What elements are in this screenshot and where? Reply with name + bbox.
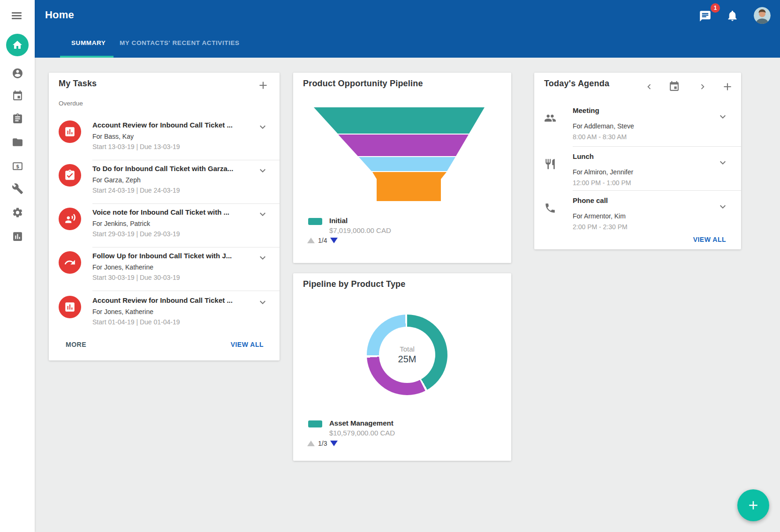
pager-down-icon[interactable]: [330, 238, 338, 243]
tab-recent-activities[interactable]: MY CONTACTS' RECENT ACTIVITIES: [120, 39, 240, 46]
pager-up-icon[interactable]: [307, 441, 315, 446]
my-tasks-card: My Tasks Overdue Account Review for Inbo…: [49, 73, 280, 360]
sidebar-item-tasks[interactable]: [12, 113, 23, 125]
funnel-legend-value: $7,019,000.00 CAD: [329, 226, 391, 234]
task-dates: Start 30-03-19 | Due 30-03-19: [92, 274, 180, 281]
sidebar-item-contacts[interactable]: [12, 67, 23, 79]
agenda-item[interactable]: Lunch For Almiron, Jennifer 12:00 PM - 1…: [534, 147, 741, 191]
home-dashboard-screen: Home SUMMARY MY CONTACTS' RECENT ACTIVIT…: [0, 0, 780, 532]
svg-text:$: $: [16, 164, 19, 169]
agenda-item-title: Lunch: [573, 152, 594, 160]
task-title: Account Review for Inbound Call Ticket .…: [92, 121, 257, 129]
agenda-item-assignee: For Armentor, Kim: [573, 212, 626, 220]
task-dates: Start 24-03-19 | Due 24-03-19: [92, 187, 180, 194]
sidebar-item-settings[interactable]: [12, 207, 23, 218]
task-dates: Start 29-03-19 | Due 29-03-19: [92, 230, 180, 238]
task-assignee: For Bass, Kay: [92, 133, 134, 140]
app-bar: Home SUMMARY MY CONTACTS' RECENT ACTIVIT…: [35, 0, 780, 58]
agenda-item[interactable]: Meeting For Addleman, Steve 8:00 AM - 8:…: [534, 101, 741, 147]
donut-legend-label: Asset Management: [329, 419, 394, 427]
add-activity-icon[interactable]: [721, 81, 734, 93]
funnel-chart[interactable]: [293, 73, 511, 209]
chevron-down-icon[interactable]: [717, 111, 728, 122]
task-assignee: For Jones, Katherine: [92, 263, 153, 271]
calendar-today-icon[interactable]: [668, 81, 680, 92]
task-row[interactable]: Account Review for Inbound Call Ticket .…: [49, 292, 280, 336]
agenda-item-title: Phone call: [573, 196, 608, 204]
opportunity-pipeline-card: Product Opportunity Pipeline Initial $7,…: [293, 73, 511, 263]
chat-icon[interactable]: [699, 10, 712, 22]
task-row[interactable]: To Do for Inbound Call Ticket with Garza…: [49, 160, 280, 204]
phone-icon: [544, 202, 556, 214]
pager-down-icon[interactable]: [330, 441, 338, 446]
donut-legend-value: $10,579,000.00 CAD: [329, 429, 395, 437]
funnel-legend-pager: 1/4: [307, 237, 338, 244]
funnel-legend-label: Initial: [329, 217, 348, 225]
chevron-left-icon[interactable]: [644, 82, 654, 92]
sidebar-item-quotes[interactable]: $: [12, 160, 23, 172]
donut-legend-swatch: [308, 420, 322, 427]
user-avatar-image: [754, 7, 771, 24]
chevron-down-icon[interactable]: [717, 157, 728, 168]
funnel-stage-2: [338, 135, 469, 156]
chevron-down-icon[interactable]: [257, 252, 268, 263]
fab-add-button[interactable]: [737, 489, 769, 521]
funnel-stage-1: [314, 107, 485, 134]
funnel-stage-3: [359, 157, 455, 171]
pager-text: 1/4: [318, 237, 327, 244]
tab-recent-activities-label: MY CONTACTS' RECENT ACTIVITIES: [120, 39, 240, 46]
funnel-stage-4: [372, 172, 447, 201]
chevron-down-icon[interactable]: [717, 201, 728, 212]
agenda-card-title: Today's Agenda: [544, 79, 609, 89]
task-title: To Do for Inbound Call Ticket with Garza…: [92, 165, 257, 172]
plus-icon: [746, 498, 760, 512]
sidebar-item-documents[interactable]: [12, 136, 23, 148]
chevron-down-icon[interactable]: [257, 165, 268, 176]
donut-total-value: 25M: [398, 354, 417, 365]
sidebar-item-home[interactable]: [6, 34, 29, 56]
user-avatar[interactable]: [754, 7, 771, 24]
task-row[interactable]: Voice note for Inbound Call Ticket with …: [49, 204, 280, 247]
chevron-down-icon[interactable]: [257, 209, 268, 220]
task-dates: Start 13-03-19 | Due 13-03-19: [92, 143, 180, 150]
hamburger-menu-icon[interactable]: [12, 12, 22, 19]
task-row[interactable]: Account Review for Inbound Call Ticket .…: [49, 117, 280, 160]
page-title: Home: [45, 9, 74, 21]
agenda-item-time: 2:00 PM - 2:30 PM: [573, 223, 628, 231]
sidebar-item-tools[interactable]: [12, 183, 23, 195]
tasks-view-all-button[interactable]: VIEW ALL: [231, 341, 264, 348]
chevron-down-icon[interactable]: [257, 121, 268, 133]
sidebar-item-reports[interactable]: [12, 231, 23, 242]
agenda-view-all-button[interactable]: VIEW ALL: [693, 236, 726, 243]
task-dates: Start 01-04-19 | Due 01-04-19: [92, 318, 180, 326]
task-title: Follow Up for Inbound Call Ticket with J…: [92, 252, 257, 260]
donut-chart[interactable]: Total 25M: [367, 315, 447, 395]
todays-agenda-card: Today's Agenda Meeting For Addleman, Ste…: [534, 73, 741, 249]
voice-note-icon: [59, 208, 81, 230]
task-title: Voice note for Inbound Call Ticket with …: [92, 208, 257, 216]
funnel-legend-swatch: [308, 218, 322, 225]
chat-badge: 1: [711, 3, 720, 13]
task-group-label: Overdue: [59, 100, 83, 107]
agenda-item-assignee: For Almiron, Jennifer: [573, 168, 633, 176]
lunch-icon: [544, 158, 556, 170]
poll-icon: [59, 296, 81, 318]
poll-icon: [59, 120, 81, 143]
meeting-icon: [544, 112, 556, 124]
pager-up-icon[interactable]: [307, 238, 315, 243]
agenda-item-time: 12:00 PM - 1:00 PM: [573, 179, 631, 187]
add-task-icon[interactable]: [257, 79, 269, 91]
chevron-down-icon[interactable]: [257, 297, 268, 308]
donut-legend-pager: 1/3: [307, 440, 338, 447]
chevron-right-icon[interactable]: [697, 82, 708, 92]
sidebar-nav: $: [0, 0, 35, 532]
more-button[interactable]: MORE: [66, 341, 86, 348]
task-title: Account Review for Inbound Call Ticket .…: [92, 296, 257, 304]
task-row[interactable]: Follow Up for Inbound Call Ticket with J…: [49, 247, 280, 291]
agenda-item[interactable]: Phone call For Armentor, Kim 2:00 PM - 2…: [534, 191, 741, 235]
sidebar-item-calendar[interactable]: [12, 90, 23, 102]
tab-summary[interactable]: SUMMARY: [71, 39, 106, 46]
pipeline-by-product-card: Pipeline by Product Type Total 25M Asset…: [293, 273, 511, 461]
bell-icon[interactable]: [726, 9, 739, 22]
agenda-item-time: 8:00 AM - 8:30 AM: [573, 133, 627, 141]
